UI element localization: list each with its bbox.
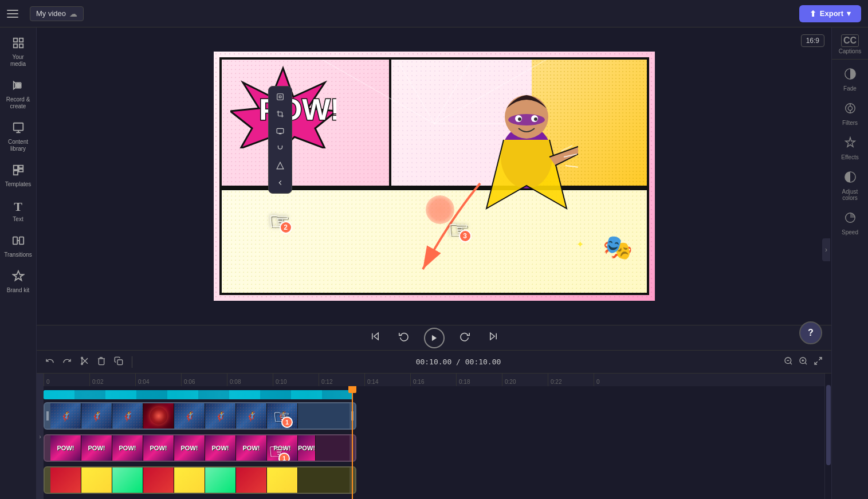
svg-rect-30	[277, 94, 283, 100]
sidebar-item-content-library[interactable]: Content library	[2, 117, 34, 157]
svg-rect-11	[13, 237, 17, 245]
track-2: 🦸 🦸 🦸	[44, 400, 824, 431]
svg-rect-7	[13, 166, 17, 170]
ruler-mark: 0	[44, 374, 89, 386]
tracks-area: 🦸 🦸 🦸	[44, 386, 824, 499]
svg-point-20	[518, 117, 521, 121]
text-icon: T	[14, 199, 22, 214]
rewind-button[interactable]	[395, 329, 413, 347]
skip-forward-button[interactable]	[485, 329, 502, 347]
time-display: 00:10.00 / 00:10.00	[416, 357, 501, 366]
zoom-in-button[interactable]	[797, 355, 810, 370]
cut-button[interactable]	[78, 355, 91, 370]
effects-icon	[844, 136, 857, 152]
svg-rect-8	[18, 166, 22, 168]
track-3: POW! POW! POW! POW! POW! POW! POW! POW! …	[44, 433, 824, 463]
video-canvas[interactable]: POW!	[214, 52, 655, 301]
right-tool-speed[interactable]: Speed	[834, 207, 866, 240]
main-area: Your media Record & create Content libra…	[0, 27, 868, 499]
menu-icon[interactable]	[7, 6, 23, 22]
help-button[interactable]: ?	[799, 321, 822, 344]
toolbar-arrow-btn[interactable]	[271, 175, 289, 191]
sidebar-item-your-media[interactable]: Your media	[2, 32, 34, 72]
right-tool-fade[interactable]: Fade	[834, 63, 866, 96]
right-tool-effects[interactable]: Effects	[834, 132, 866, 165]
sidebar-item-transitions[interactable]: Transitions	[2, 230, 34, 263]
svg-point-17	[508, 114, 545, 125]
left-sidebar: Your media Record & create Content libra…	[0, 27, 37, 499]
undo-button[interactable]	[44, 355, 56, 370]
toolbar-crop-btn[interactable]	[271, 106, 289, 122]
toolbar-magnet-btn[interactable]	[271, 140, 289, 156]
sidebar-item-text[interactable]: T Text	[2, 195, 34, 227]
ruler-mark: 0:06	[181, 374, 227, 386]
copy-frames-button[interactable]	[112, 355, 125, 370]
project-title[interactable]: My video ☁	[30, 6, 84, 21]
svg-marker-39	[490, 333, 494, 340]
speed-label: Speed	[842, 229, 858, 235]
clip-pow[interactable]: POW! POW! POW! POW! POW! POW! POW! POW! …	[44, 434, 356, 462]
sidebar-item-templates[interactable]: Templates	[2, 159, 34, 192]
ruler-mark: 0:14	[364, 374, 410, 386]
svg-line-56	[819, 357, 822, 360]
sidebar-label-record: Record & create	[5, 96, 32, 110]
toolbar-pin-btn[interactable]	[271, 89, 289, 105]
zoom-controls	[782, 355, 824, 370]
svg-line-26	[396, 60, 434, 124]
sidebar-label-your-media: Your media	[5, 54, 32, 68]
right-tool-filters[interactable]: Filters	[834, 97, 866, 131]
ruler-mark: 0:18	[456, 374, 502, 386]
sidebar-item-record[interactable]: Record & create	[2, 74, 34, 115]
project-title-text: My video	[36, 9, 66, 18]
sidebar-label-brand-kit: Brand kit	[7, 287, 29, 294]
toolbar-screen-btn[interactable]	[271, 123, 289, 139]
track-4	[44, 465, 824, 496]
help-icon: ?	[808, 328, 814, 338]
zoom-out-button[interactable]	[782, 355, 795, 370]
clip-panels[interactable]	[44, 466, 356, 494]
sidebar-item-brand-kit[interactable]: Brand kit	[2, 265, 34, 298]
expand-timeline-button[interactable]	[812, 355, 824, 370]
content-library-icon	[12, 121, 25, 137]
ruler-marks: 0 0:02 0:04 0:06 0:08 0:10 0:12 0:14 0:1…	[44, 374, 824, 386]
svg-rect-6	[13, 123, 23, 131]
play-button[interactable]	[424, 328, 445, 348]
svg-rect-48	[117, 360, 123, 365]
delete-button[interactable]	[95, 355, 108, 370]
brand-kit-icon	[12, 270, 25, 285]
timeline-scrollbar-vertical[interactable]	[824, 374, 831, 499]
export-chevron-icon: ▾	[847, 9, 851, 18]
timeline-ruler: 0 0:02 0:04 0:06 0:08 0:10 0:12 0:14 0:1…	[44, 374, 824, 386]
svg-line-57	[815, 362, 818, 364]
clip-left-handle[interactable]	[45, 403, 50, 429]
timeline-area: 00:10.00 / 00:10.00 ›	[37, 350, 831, 499]
svg-rect-1	[19, 38, 22, 42]
captions-icon[interactable]: CC	[841, 34, 859, 47]
toolbar-triangle-btn[interactable]	[271, 158, 289, 174]
svg-point-4	[16, 83, 20, 87]
svg-marker-34	[277, 162, 284, 169]
timeline-collapse-button[interactable]: ›	[37, 374, 44, 499]
svg-marker-36	[374, 333, 378, 340]
redo-button[interactable]	[61, 355, 73, 370]
aspect-ratio-badge[interactable]: 16:9	[801, 34, 824, 47]
right-panel-collapse-button[interactable]: ›	[822, 238, 830, 261]
clip-hero[interactable]: 🦸 🦸 🦸	[44, 402, 356, 430]
save-cloud-icon: ☁	[69, 9, 77, 18]
export-button[interactable]: ⬆ Export ▾	[799, 5, 861, 22]
speed-icon	[844, 211, 857, 227]
right-tool-adjust-colors[interactable]: Adjust colors	[834, 166, 866, 206]
record-icon	[12, 79, 25, 95]
sidebar-label-text: Text	[13, 216, 23, 223]
video-preview-container: 16:9	[37, 27, 831, 325]
svg-line-25	[322, 60, 434, 124]
clip-right-handle[interactable]	[349, 403, 355, 429]
forward-button[interactable]	[456, 329, 473, 347]
svg-rect-10	[13, 171, 17, 175]
timeline-toolbar: 00:10.00 / 00:10.00	[37, 351, 831, 374]
ruler-mark: 0:12	[319, 374, 364, 386]
svg-marker-38	[431, 335, 436, 341]
skip-back-button[interactable]	[367, 329, 384, 347]
svg-rect-31	[277, 128, 284, 133]
sidebar-label-content-library: Content library	[5, 139, 32, 152]
